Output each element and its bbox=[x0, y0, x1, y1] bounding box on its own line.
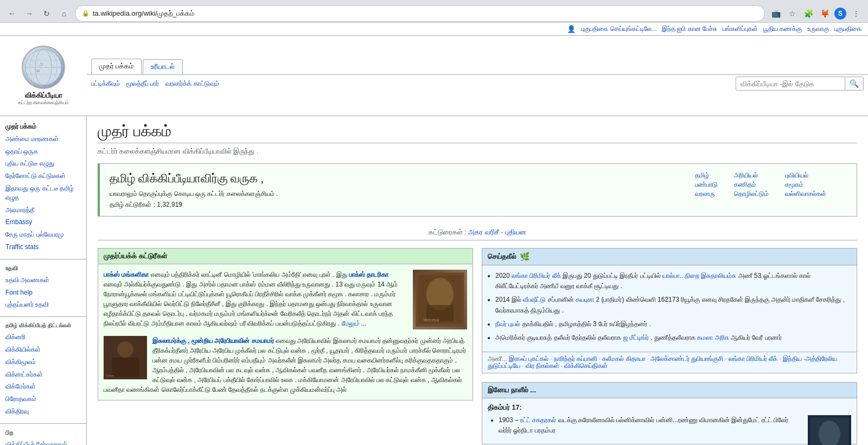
sidebar-item-wikispecies[interactable]: விக்சாட்சுர்கள் bbox=[0, 368, 86, 381]
sidebar-item-wikimedia[interactable]: விக்கிப்பீயர் சேர்வாசகள் bbox=[0, 438, 86, 445]
svg-text:Cave: Cave bbox=[106, 374, 114, 377]
left-column: முதர்ப்யக்க் கட்டுரீகள் பாக்ஸ் மங்களிகா … bbox=[98, 248, 473, 445]
sidebar-item-traffic-stats[interactable]: Traffic stats bbox=[0, 241, 86, 253]
home-button[interactable]: ⌂ bbox=[58, 7, 71, 20]
nav-actions: பட்டிக்கீவும் மூலத்தீப் பார் வரலார்க்க் … bbox=[87, 74, 868, 93]
welcome-link-tamil[interactable]: தமிழ் bbox=[695, 171, 718, 179]
news-also-link-8[interactable]: விக்கிசெய்திகள் bbox=[564, 363, 608, 369]
bookmark-button[interactable]: ☆ bbox=[786, 7, 799, 20]
topbar-link-ip-talk[interactable]: இந்த ஐபி கான பேச்சு bbox=[662, 26, 717, 33]
news-list: 2020 லங்கா பிரிமியர் லீக் இருபது 20 துடு… bbox=[482, 265, 857, 352]
forward-button[interactable]: → bbox=[23, 7, 36, 20]
more-link[interactable]: மேலும் ... bbox=[341, 320, 366, 327]
svg-point-1 bbox=[35, 49, 52, 85]
topbar-link-contributions[interactable]: பங்களிப்புகள் bbox=[723, 26, 758, 33]
search-button[interactable]: 🔍 bbox=[845, 77, 863, 90]
welcome-link-history[interactable]: வரலாரு bbox=[695, 190, 718, 198]
search-input[interactable] bbox=[736, 78, 845, 90]
news-also-link-2[interactable]: நாரிந்தர் கப்பானி bbox=[554, 355, 597, 362]
welcome-link-industry[interactable]: தொழிலட்டும் bbox=[734, 190, 769, 198]
nav-link-source[interactable]: மூலத்தீப் பார் bbox=[126, 80, 159, 87]
second-article-image: Cave bbox=[104, 336, 147, 379]
menu-button[interactable]: ⋮ bbox=[850, 7, 863, 20]
sidebar-other-section: பிற விக்கிப்பீயர் சேர்வாசகள் bbox=[0, 427, 86, 445]
article-img-placeholder: Historical bbox=[413, 270, 467, 329]
address-bar[interactable]: 🔒 ta.wikipedia.org/wiki/முதற்_பக்கம் bbox=[75, 5, 765, 22]
sidebar-item-community[interactable]: சேரு மாதப் புல்வேபரமு bbox=[0, 228, 86, 241]
cast-button[interactable]: 📺 bbox=[769, 7, 782, 20]
sidebar-item-wikibooks[interactable]: விக்மேர்கள் bbox=[0, 380, 86, 393]
otd-date: திகம்பர் 17: bbox=[488, 404, 851, 412]
right-column: செய்தகீல் 🌿 2020 லங்கா பிரிமியர் லீக் இர… bbox=[482, 248, 857, 445]
extension-icon[interactable]: 🦊 bbox=[818, 7, 831, 20]
sidebar-item-newcomer-help[interactable]: புத்தப்யனர் உதவி bbox=[0, 298, 86, 311]
otd-link-1[interactable]: ரட்ட் சகதரகல் bbox=[520, 416, 556, 424]
news-also-link-7[interactable]: விர நிகல்கள் bbox=[526, 363, 559, 369]
welcome-link-society[interactable]: சமூகம் bbox=[785, 181, 826, 188]
cat-link-new[interactable]: புதியன bbox=[505, 228, 526, 236]
news-link-5[interactable]: நீவர் புயல் bbox=[495, 320, 520, 328]
back-button[interactable]: ← bbox=[5, 7, 18, 20]
news-link-3[interactable]: வீபஷீட்டு bbox=[523, 296, 546, 303]
featured-content: பாக்ஸ் மங்களிகா எனவும் பத்திரிக்கர் லாட்… bbox=[98, 264, 473, 400]
featured-header: முதர்ப்யக்க் கட்டுரீகள் bbox=[98, 249, 473, 264]
sidebar-main-section: முதர் பக்கம் அண்மை மாரணகள் ஒதாய் ஒருக பு… bbox=[0, 120, 86, 253]
sidebar-item-wikiversity[interactable]: விக்திரவு bbox=[0, 405, 86, 418]
news-link-6[interactable]: ஜ மீட்டிங்ர் bbox=[623, 334, 649, 341]
topbar-link-login[interactable]: புகுபதிகை bbox=[834, 26, 861, 33]
profile-avatar[interactable]: S bbox=[834, 8, 846, 20]
nav-link-history[interactable]: வரலார்க்க் காட்டுவும் bbox=[165, 80, 219, 87]
welcome-link-geography[interactable]: புவியியல் bbox=[785, 171, 826, 179]
welcome-link-math[interactable]: கணிதம் bbox=[734, 181, 769, 188]
welcome-count: தமிழ் கட்டுரீகள் : 1,32,919 bbox=[110, 201, 684, 208]
otd-body: Space 1903 – ரட்ட் சகதரகல் வடக்கு கரோலீன… bbox=[488, 415, 851, 436]
welcome-banner: தமிழ் விக்கிப்பீடியாவிர்கு வருக , யாவரால… bbox=[98, 163, 857, 217]
news-link-1[interactable]: லங்கா பிரிமியர் லீக் bbox=[512, 272, 561, 279]
sidebar-item-font-help[interactable]: Font help bbox=[0, 287, 86, 299]
sidebar-item-new-article[interactable]: புதிய கட்டுடீ எழுது bbox=[0, 157, 86, 170]
welcome-link-culture[interactable]: பண்பாடு bbox=[695, 181, 718, 188]
welcome-link-science[interactable]: அரியியல் bbox=[734, 171, 769, 179]
news-also-link-1[interactable]: இராஃப் புகட்கல் bbox=[509, 355, 548, 362]
news-link-4[interactable]: கயபுசா 2 bbox=[576, 296, 599, 303]
sidebar-item-wikisource[interactable]: விக்கிமூலம் bbox=[0, 356, 86, 368]
news-link-2[interactable]: யால்பா...நிறை இசுதாலியம்சு bbox=[662, 272, 736, 279]
sidebar-item-help-docs[interactable]: உதவி அவணகள் bbox=[0, 274, 86, 287]
nav-link-read[interactable]: பட்டிக்கீவும் bbox=[91, 80, 120, 87]
sidebar-item-recent-changes[interactable]: அண்மை மாரணகள் bbox=[0, 133, 86, 145]
news-item-1: 2020 லங்கா பிரிமியர் லீக் இருபது 20 துடு… bbox=[495, 271, 851, 291]
tab-talk[interactable]: உரீயாடல் bbox=[143, 59, 183, 74]
sidebar-heading-other: பிற bbox=[0, 427, 86, 438]
news-link-7[interactable]: கமலா அரிசு bbox=[697, 334, 729, 341]
sidebar-item-almanac[interactable]: அலமாரத்தீ bbox=[0, 204, 86, 217]
logo-globe: Ω W bbox=[22, 46, 65, 89]
sidebar-item-wiktionary[interactable]: விக்னரி bbox=[0, 331, 86, 344]
topbar-link-login-notice[interactable]: புகுபதிகை செய்யுங்கட்டிலே... bbox=[581, 26, 656, 33]
sidebar-item-featured[interactable]: தேர்னோட்டு கட்டுடீகள் bbox=[0, 170, 86, 182]
lock-icon: 🔒 bbox=[82, 10, 90, 17]
article-secondary-link[interactable]: பாக்ஸ் தாடரிகா bbox=[349, 271, 388, 278]
sidebar-item-wikiquote[interactable]: விக்கியில்கள் bbox=[0, 344, 86, 356]
sidebar-item-wikinews[interactable]: பிரோதவகம் bbox=[0, 393, 86, 405]
sidebar-item-random[interactable]: ஒதாய் ஒருக bbox=[0, 145, 86, 158]
wiki-page: 👤 புகுபதிகை செய்யுங்கட்டிலே... இந்த ஐபி … bbox=[0, 23, 868, 445]
tab-main-page[interactable]: முதர் பக்கம் bbox=[91, 59, 142, 74]
article-main-link[interactable]: பாக்ஸ் மங்களிகா bbox=[104, 271, 149, 278]
extensions-button[interactable]: 🧩 bbox=[802, 7, 815, 20]
sidebar-item-write-tamil[interactable]: இதாவது ஒரு கட்டடீ தமிழ் எழுத bbox=[0, 182, 86, 204]
reload-button[interactable]: ↻ bbox=[40, 7, 53, 20]
otd-section: இனேய நாளீல் ... திகம்பர் 17: bbox=[482, 382, 857, 444]
news-also-link-4[interactable]: அலேக்சாண்டர் துபியாங்குசி bbox=[650, 355, 723, 362]
topbar-link-new-account[interactable]: உருவாகு bbox=[807, 26, 829, 33]
sidebar-item-embassy[interactable]: Embassy bbox=[0, 216, 86, 228]
cat-link-alpha[interactable]: அகர வரிசீ bbox=[468, 228, 499, 236]
sidebar-item-main-page[interactable]: முதர் பக்கம் bbox=[0, 120, 86, 133]
welcome-link-portals[interactable]: வல்ளிவாசல்கள் bbox=[785, 190, 826, 198]
sidebar-divider-3 bbox=[0, 423, 86, 424]
second-article-link[interactable]: இசுலாமர்க்கு , மூன்றிய அரேபியாவின் சமயாம… bbox=[152, 337, 274, 345]
news-also-link-3[interactable]: கலீமகல் கிதாயா bbox=[602, 355, 645, 362]
news-also-link-5[interactable]: லங்கா பிரிமியர் லீக் bbox=[729, 355, 777, 362]
sidebar-divider-2 bbox=[0, 316, 86, 317]
welcome-links: தமிழ் பண்பாடு வரலாரு அரியியல் கணிதம் தொழ… bbox=[695, 171, 847, 198]
topbar-link-create-account[interactable]: பூதிய கணக்கு bbox=[763, 26, 802, 33]
